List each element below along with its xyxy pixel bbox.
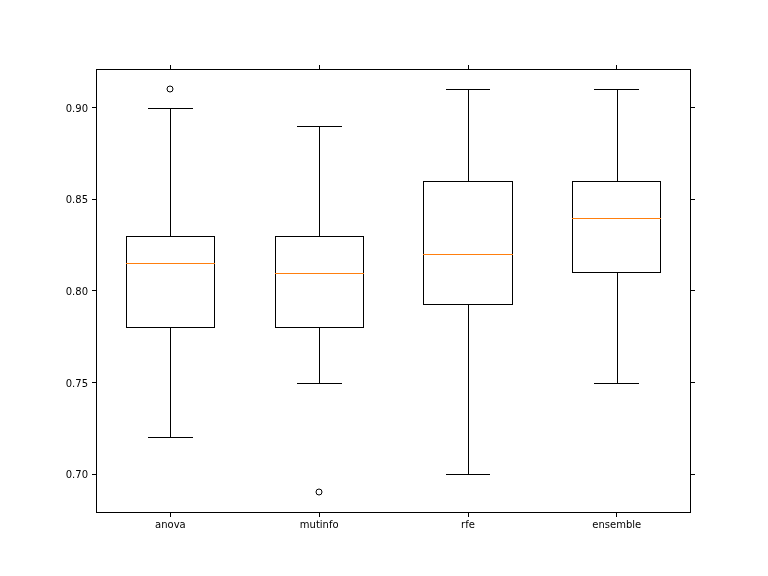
cap-lower-mutinfo [297,383,342,384]
whisker-lower-anova [170,328,171,438]
ytick-mark [691,199,695,200]
figure: 0.700.750.800.850.90anovamutinforfeensem… [0,0,768,576]
outlier-mutinfo-0 [316,489,323,496]
box-ensemble [572,181,661,273]
ytick-label: 0.90 [0,102,88,113]
whisker-upper-rfe [468,89,469,181]
box-anova [126,236,215,328]
ytick-mark [92,199,96,200]
box-mutinfo [275,236,364,328]
xtick-mark [616,65,617,69]
cap-lower-ensemble [594,383,639,384]
cap-upper-ensemble [594,89,639,90]
xtick-mark [616,513,617,517]
xtick-mark [170,65,171,69]
whisker-upper-anova [170,108,171,236]
ytick-mark [691,474,695,475]
ytick-label: 0.85 [0,194,88,205]
xtick-mark [468,65,469,69]
cap-lower-anova [148,437,193,438]
xtick-label: anova [110,519,230,530]
ytick-label: 0.75 [0,377,88,388]
cap-upper-anova [148,108,193,109]
ytick-mark [92,107,96,108]
ytick-mark [92,382,96,383]
whisker-lower-rfe [468,305,469,475]
whisker-upper-ensemble [617,89,618,181]
whisker-lower-mutinfo [319,328,320,383]
median-ensemble [572,218,661,219]
xtick-label: rfe [408,519,528,530]
whisker-upper-mutinfo [319,126,320,236]
ytick-mark [691,107,695,108]
ytick-mark [92,290,96,291]
xtick-mark [319,65,320,69]
ytick-label: 0.80 [0,285,88,296]
median-mutinfo [275,273,364,274]
xtick-mark [170,513,171,517]
box-rfe [423,181,512,305]
xtick-mark [468,513,469,517]
ytick-mark [92,474,96,475]
ytick-label: 0.70 [0,469,88,480]
ytick-mark [691,382,695,383]
ytick-mark [691,290,695,291]
xtick-mark [319,513,320,517]
xtick-label: ensemble [557,519,677,530]
median-anova [126,263,215,264]
median-rfe [423,254,512,255]
cap-upper-rfe [446,89,491,90]
whisker-lower-ensemble [617,273,618,383]
cap-upper-mutinfo [297,126,342,127]
outlier-anova-0 [167,86,174,93]
xtick-label: mutinfo [259,519,379,530]
cap-lower-rfe [446,474,491,475]
